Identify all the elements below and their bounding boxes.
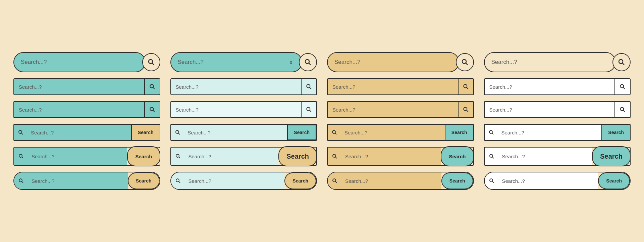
search-input-area[interactable]: Search...? — [14, 102, 144, 117]
search-button[interactable]: Search — [598, 172, 630, 189]
search-bar-btn-teal[interactable]: Search...? Search — [13, 124, 160, 141]
search-bar-rect2-white[interactable]: Search...? — [484, 101, 631, 118]
search-bar-full-pill-wheat[interactable]: Search...? Search — [327, 172, 474, 190]
search-button[interactable]: Search — [284, 172, 316, 189]
placeholder-text: Search...? — [189, 178, 211, 184]
search-input-area[interactable]: Search...? — [28, 125, 131, 140]
magnifier-icon — [619, 106, 626, 113]
search-input-area[interactable]: Search...? — [184, 125, 287, 140]
search-input-area[interactable]: Search...? — [171, 102, 301, 117]
magnifier-icon — [306, 83, 312, 90]
svg-point-8 — [150, 84, 153, 88]
search-input-area[interactable]: Search...? — [484, 52, 616, 72]
search-input-area[interactable]: Search...? — [13, 52, 146, 72]
magnifier-icon — [489, 153, 495, 159]
search-circle-icon[interactable] — [456, 53, 474, 71]
search-bar-rect2-teal[interactable]: Search...? — [13, 101, 160, 118]
search-bar-pill-outline[interactable]: Search...? — [484, 52, 631, 72]
placeholder-text: Search...? — [345, 154, 368, 159]
magnifier-icon — [175, 129, 181, 135]
search-input-area[interactable]: Search...? — [499, 172, 598, 189]
search-input-area[interactable]: Search...? — [342, 148, 441, 165]
svg-point-10 — [307, 84, 310, 88]
placeholder-text: Search...? — [344, 130, 367, 135]
search-input-area[interactable]: Search...? — [498, 125, 602, 140]
search-input-area[interactable]: Search...? — [328, 79, 458, 94]
search-button[interactable]: Search — [128, 172, 160, 189]
clear-icon[interactable]: x — [290, 59, 292, 65]
search-icon-btn[interactable] — [614, 102, 630, 117]
search-icon-left — [14, 148, 28, 165]
search-bar-rect-white[interactable]: Search...? — [484, 78, 631, 95]
search-bar-pill-btn-teal-white[interactable]: Search...? Search — [170, 147, 317, 166]
search-icon-btn[interactable] — [458, 79, 473, 94]
magnifier-icon — [18, 178, 24, 184]
search-bar-rect-teal[interactable]: Search...? — [13, 78, 160, 95]
placeholder-text: Search...? — [32, 154, 54, 159]
svg-point-24 — [19, 130, 22, 133]
search-button[interactable]: Search — [278, 146, 317, 166]
search-input-area[interactable]: Search...? — [327, 52, 459, 72]
search-bar-btn-teal-white[interactable]: Search...? Search — [170, 124, 317, 141]
search-bar-btn-wheat[interactable]: Search...? Search — [327, 124, 474, 141]
search-bar-full-pill-white[interactable]: Search...? Search — [484, 172, 631, 190]
search-bar-rect-wheat[interactable]: Search...? — [327, 78, 474, 95]
search-button[interactable]: Search — [441, 146, 474, 166]
search-button[interactable]: Search — [127, 146, 160, 166]
search-input-area[interactable]: Search...? — [14, 79, 144, 94]
search-bar-full-pill-teal[interactable]: Search...? Search — [13, 172, 160, 190]
search-input-area[interactable]: Search...? — [342, 172, 441, 189]
placeholder-text: Search...? — [334, 59, 361, 66]
search-bar-rect-teal-white[interactable]: Search...? — [170, 78, 317, 95]
search-bar-pill-wheat[interactable]: Search...? — [327, 52, 474, 72]
search-icon-btn[interactable] — [301, 102, 316, 117]
search-circle-icon[interactable] — [142, 53, 160, 71]
svg-point-38 — [490, 154, 493, 157]
search-input-area[interactable]: Search...? — [185, 172, 285, 189]
search-bar-full-pill-teal-white[interactable]: Search...? Search — [170, 172, 317, 190]
search-input-area[interactable]: Search...? — [499, 148, 592, 165]
search-input-area[interactable]: Search...? x — [170, 52, 303, 72]
search-icon-btn[interactable] — [458, 102, 473, 117]
svg-line-17 — [153, 110, 155, 112]
search-input-area[interactable]: Search...? — [28, 172, 128, 189]
search-bar-pill-btn-wheat[interactable]: Search...? Search — [327, 147, 474, 166]
search-button[interactable]: Search — [441, 172, 473, 189]
svg-line-7 — [623, 63, 625, 65]
search-icon-btn[interactable] — [301, 79, 316, 94]
search-bar-rect2-wheat[interactable]: Search...? — [327, 101, 474, 118]
search-icon-btn[interactable] — [144, 102, 160, 117]
search-input-area[interactable]: Search...? — [28, 148, 127, 165]
search-button[interactable]: Search — [445, 125, 473, 140]
search-input-area[interactable]: Search...? — [171, 79, 301, 94]
svg-point-22 — [620, 107, 624, 111]
search-input-area[interactable]: Search...? — [485, 102, 615, 117]
search-icon-btn[interactable] — [144, 79, 160, 94]
search-input-area[interactable]: Search...? — [328, 102, 458, 117]
svg-line-23 — [623, 110, 625, 112]
search-circle-icon[interactable] — [299, 53, 317, 71]
placeholder-text: Search...? — [345, 178, 368, 184]
search-bar-pill-btn-white[interactable]: Search...? Search — [484, 147, 631, 166]
magnifier-icon — [618, 58, 626, 66]
search-bar-rect2-teal-white[interactable]: Search...? — [170, 101, 317, 118]
search-input-area[interactable]: Search...? — [485, 79, 615, 94]
search-bar-pill-btn-teal[interactable]: Search...? Search — [13, 147, 160, 166]
search-button[interactable]: Search — [592, 146, 631, 166]
search-button[interactable]: Search — [287, 125, 316, 140]
svg-line-15 — [623, 87, 625, 89]
svg-point-28 — [332, 130, 335, 133]
placeholder-text: Search...? — [189, 154, 211, 159]
search-bar-pill-teal-x[interactable]: Search...? x — [170, 52, 317, 72]
search-bar-pill-teal[interactable]: Search...? — [13, 52, 160, 72]
search-button[interactable]: Search — [131, 125, 160, 140]
svg-line-31 — [492, 133, 493, 134]
search-bar-btn-white[interactable]: Search...? Search — [484, 124, 631, 141]
search-icon-btn[interactable] — [614, 79, 630, 94]
placeholder-text: Search...? — [31, 130, 54, 135]
search-circle-icon[interactable] — [612, 53, 631, 71]
search-input-area[interactable]: Search...? — [185, 148, 279, 165]
search-input-area[interactable]: Search...? — [341, 125, 445, 140]
magnifier-icon — [463, 106, 469, 113]
search-button[interactable]: Search — [601, 125, 630, 140]
